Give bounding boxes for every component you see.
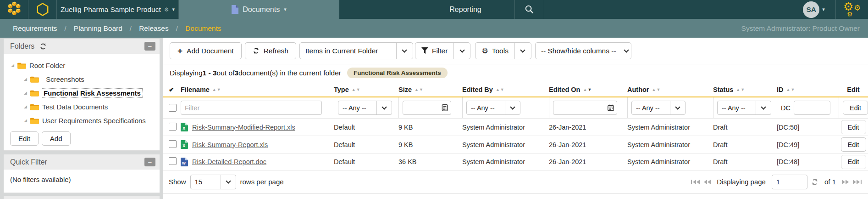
type-filter-select[interactable]: -- Any --	[338, 101, 392, 115]
collapse-folders-button[interactable]: −	[144, 42, 155, 51]
next-page-icon[interactable]	[842, 180, 849, 184]
status-line: Displaying 1 - 3 out of 3 document(s) in…	[170, 67, 448, 79]
edit-document-button[interactable]: Edit	[841, 137, 866, 152]
refresh-page-icon[interactable]	[811, 178, 818, 186]
tab-reporting[interactable]: Reporting	[431, 0, 500, 19]
folders-refresh-icon[interactable]	[39, 43, 47, 50]
collapse-quick-filter-button[interactable]: −	[144, 158, 155, 166]
document-link[interactable]: Risk-Summary-Modified-Report.xls	[192, 124, 295, 131]
sort-asc-icon[interactable]: ▲	[736, 87, 740, 92]
cell-status: Draft	[713, 124, 777, 131]
app-logo[interactable]	[0, 0, 28, 19]
chevron-down-icon[interactable]	[376, 101, 392, 114]
folder-scope-select[interactable]: Items in Current Folder	[299, 42, 413, 59]
sort-asc-icon[interactable]: ▲	[786, 87, 791, 92]
cell-id: [DC:48]	[777, 158, 839, 165]
edit-document-button[interactable]: Edit	[841, 155, 866, 169]
sort-asc-icon[interactable]: ▲	[415, 87, 419, 92]
show-hide-columns-select[interactable]: -- Show/hide columns --	[535, 42, 631, 59]
author-filter-select[interactable]: -- Any --	[631, 101, 686, 115]
document-link[interactable]: Risk-Summary-Report.xls	[192, 141, 268, 148]
id-filter-input[interactable]	[794, 101, 830, 115]
folder-item-root-folder[interactable]: ◢ Root Folder	[4, 58, 160, 72]
sort-asc-icon[interactable]: ▲	[583, 87, 587, 92]
breadcrumb-item-requirements[interactable]: Requirements	[13, 24, 57, 33]
chevron-down-icon[interactable]	[670, 101, 685, 114]
tree-expander-icon[interactable]: ◢	[24, 119, 27, 123]
system-settings-button[interactable]: ⚙ ⚙ ⚙	[835, 0, 868, 19]
chevron-down-icon[interactable]	[622, 43, 631, 59]
cell-author: System Administrator	[627, 124, 713, 131]
sort-desc-icon[interactable]: ▼	[791, 87, 795, 92]
filename-filter-input[interactable]	[181, 101, 322, 115]
sort-desc-icon[interactable]: ▼	[656, 87, 660, 92]
folder-item-user-requirements-specifications[interactable]: ◢ User Requirements Specifications	[4, 114, 160, 127]
breadcrumb-item-documents[interactable]: Documents	[185, 24, 221, 33]
product-settings-icon[interactable]: ⚙	[164, 7, 169, 12]
rows-per-page-select[interactable]: 15	[190, 175, 236, 189]
tab-documents[interactable]: Documents ▾	[179, 0, 339, 19]
sort-desc-icon[interactable]: ▼	[587, 87, 592, 92]
chevron-down-icon[interactable]	[505, 101, 520, 114]
sort-asc-icon[interactable]: ▲	[352, 87, 356, 92]
chevron-down-icon[interactable]	[221, 175, 236, 189]
search-button[interactable]	[514, 0, 544, 19]
folder-item-functional-risk-assessments[interactable]: ◢ Functional Risk Assessments	[4, 86, 160, 100]
pagination: Displaying page of 1	[691, 175, 862, 189]
filter-button[interactable]: Filter	[415, 42, 470, 59]
add-folder-button[interactable]: Add	[42, 131, 71, 146]
workspace-selector[interactable]	[28, 0, 57, 19]
tools-button[interactable]: ⚙ Tools	[475, 42, 531, 59]
edit-document-button[interactable]: Edit	[841, 120, 866, 134]
cell-edited-on: 26-Jan-2021	[549, 141, 627, 148]
tree-expander-icon[interactable]: ◢	[24, 77, 27, 81]
sort-control: ▲▼	[736, 87, 745, 92]
excel-file-icon: x	[181, 140, 188, 149]
cell-type: Default	[334, 124, 398, 131]
row-checkbox[interactable]	[169, 157, 177, 165]
refresh-button[interactable]: Refresh	[245, 42, 296, 59]
row-checkbox[interactable]	[169, 140, 177, 148]
row-checkbox[interactable]	[169, 123, 177, 131]
chevron-down-icon[interactable]	[453, 43, 470, 59]
add-document-button[interactable]: + Add Document	[170, 42, 242, 59]
sort-asc-icon[interactable]: ▲	[652, 87, 656, 92]
tree-expander-icon[interactable]: ◢	[24, 91, 27, 95]
breadcrumb-item-planning-board[interactable]: Planning Board	[74, 24, 122, 33]
avatar[interactable]: SA	[803, 1, 819, 18]
column-label: Author	[627, 86, 649, 93]
folder-item-test-data-documents[interactable]: ◢ Test Data Documents	[4, 100, 160, 114]
document-link[interactable]: Risk-Detailed-Report.doc	[192, 158, 266, 165]
tree-expander-icon[interactable]: ◢	[24, 105, 27, 109]
sort-desc-icon[interactable]: ▼	[500, 87, 504, 92]
filter-row-checkbox[interactable]	[169, 104, 177, 112]
documents-table: ✔Filename▲▼Type▲▼Size▲▼Edited By▲▼Edited…	[163, 83, 868, 171]
chevron-down-icon[interactable]	[396, 43, 413, 59]
cell-id: [DC:49]	[777, 141, 839, 148]
sort-desc-icon[interactable]: ▼	[741, 87, 745, 92]
page-number-input[interactable]	[772, 175, 807, 189]
edit-folder-button[interactable]: Edit	[10, 131, 39, 146]
sort-desc-icon[interactable]: ▼	[419, 87, 423, 92]
column-header-edit: Edit	[839, 86, 868, 93]
apply-filter-edit-button[interactable]: Edit	[843, 101, 868, 115]
tree-expander-icon[interactable]: ◢	[11, 63, 14, 68]
sort-asc-icon[interactable]: ▲	[212, 87, 216, 92]
last-page-icon[interactable]	[853, 180, 862, 184]
status-filter-select[interactable]: -- Any --	[717, 101, 771, 115]
calculator-icon[interactable]	[442, 104, 448, 111]
previous-page-icon[interactable]	[703, 180, 711, 184]
user-menu[interactable]: SA ▾	[796, 0, 832, 19]
calendar-icon[interactable]	[608, 104, 614, 111]
product-selector[interactable]: Zuellig Pharma Sample Product ⚙ ▾	[57, 0, 179, 19]
sort-asc-icon[interactable]: ▲	[496, 87, 500, 92]
edited-by-filter-select[interactable]: -- Any --	[466, 101, 520, 115]
chevron-down-icon[interactable]	[514, 43, 531, 59]
user-role-label: System Administrator: Product Owner	[741, 24, 860, 33]
folder-item-screenshots[interactable]: ◢ _Screenshots	[4, 72, 160, 86]
first-page-icon[interactable]	[691, 180, 700, 184]
chevron-down-icon[interactable]	[756, 101, 771, 114]
sort-desc-icon[interactable]: ▼	[356, 87, 360, 92]
sort-desc-icon[interactable]: ▼	[217, 87, 221, 92]
breadcrumb-item-releases[interactable]: Releases	[139, 24, 169, 33]
